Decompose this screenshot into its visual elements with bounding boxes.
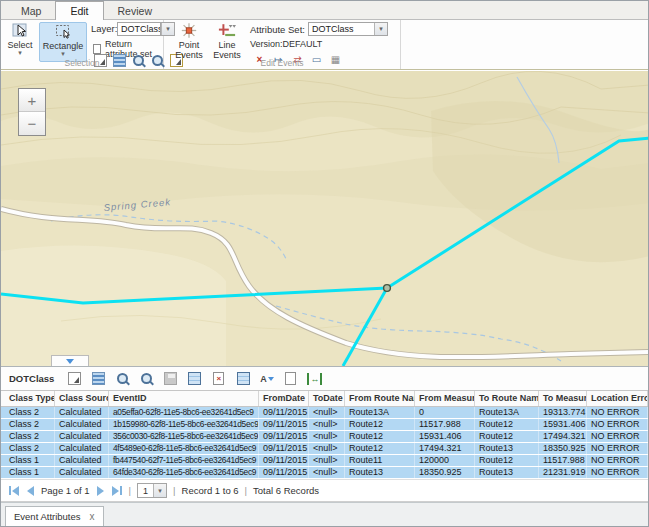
zoom-in-button[interactable]: +	[19, 89, 45, 112]
rectangle-tool-button[interactable]: Rectangle ▾	[39, 22, 87, 62]
column-header[interactable]: Class Type	[5, 391, 55, 406]
table-cell: Route13	[475, 467, 539, 478]
table-cell: 09/11/2015	[259, 431, 309, 442]
page-indicator: Page 1 of 1	[41, 485, 90, 496]
column-header[interactable]: To Route Name	[475, 391, 539, 406]
version-label: Version:DEFAULT	[250, 39, 322, 49]
ribbon-tab-bar: Map Edit Review	[1, 1, 648, 20]
attribute-set-select[interactable]: DOTClass ▾	[308, 22, 388, 36]
table-cell: Route12	[475, 455, 539, 466]
point-events-button[interactable]: Point Events	[171, 22, 207, 62]
column-header[interactable]: From Route Name	[345, 391, 415, 406]
table-cell: Route12	[345, 431, 415, 442]
table-cell: Route12	[475, 419, 539, 430]
column-header[interactable]: To Measure	[539, 391, 587, 406]
rectangle-select-icon	[55, 23, 72, 40]
edit-events-group: Point Events Line Events Attribute Set: …	[164, 20, 401, 69]
line-events-label: Line Events	[210, 40, 244, 60]
table-cell: Class 2	[5, 419, 55, 430]
selection-group: Select ▾ Rectangle ▾ Layer: DOTClass ▾	[1, 20, 164, 69]
column-header[interactable]: Location Error	[587, 391, 648, 406]
ribbon: Select ▾ Rectangle ▾ Layer: DOTClass ▾	[1, 20, 648, 70]
table-cell: 356c0030-62f8-11e5-8bc6-ee32641d5ec9	[109, 431, 259, 442]
table-cell: Route13	[475, 443, 539, 454]
table-cell: Calculated	[55, 407, 109, 418]
table-cell: Route12	[475, 431, 539, 442]
page-number-value: 1	[138, 486, 153, 496]
first-page-button[interactable]	[8, 486, 20, 496]
attribute-set-value: DOTClass	[309, 24, 374, 34]
table-cell: 15931.406	[415, 431, 475, 442]
panel-collapse-handle[interactable]	[51, 355, 89, 366]
route-junction-marker[interactable]	[384, 285, 391, 292]
table-toolbar: DOTClass × + A ↔	[1, 367, 648, 390]
table-cell: <null>	[309, 407, 345, 418]
table-cell: 18350.925	[415, 467, 475, 478]
attributes-window-icon[interactable]	[283, 371, 298, 386]
table-cell: Route13A	[475, 407, 539, 418]
table-cell: <null>	[309, 467, 345, 478]
switch-selection-icon[interactable]	[187, 371, 202, 386]
chevron-down-icon	[66, 359, 74, 364]
table-row[interactable]: Class 1Calculatedfb447540-62f7-11e5-8bc6…	[1, 455, 648, 467]
table-cell: 09/11/2015	[259, 407, 309, 418]
last-page-button[interactable]	[111, 486, 123, 496]
tab-event-attributes[interactable]: Event Attributes x	[5, 506, 104, 526]
sort-records-icon[interactable]: A	[259, 371, 274, 386]
table-cell: 0	[415, 407, 475, 418]
record-range-label: Record 1 to 6	[182, 485, 239, 496]
tab-edit[interactable]: Edit	[55, 1, 103, 20]
table-cell: Calculated	[55, 431, 109, 442]
layer-select[interactable]: DOTClass	[117, 22, 161, 36]
table-cell: NO ERROR	[587, 467, 648, 478]
table-cell: Route13	[345, 467, 415, 478]
line-events-button[interactable]: Line Events	[210, 22, 244, 62]
table-row[interactable]: Class 2Calculated4f5489e0-62f8-11e5-8bc6…	[1, 443, 648, 455]
table-cell: 120000	[415, 455, 475, 466]
column-header[interactable]: EventID	[109, 391, 259, 406]
select-tool-button[interactable]: Select ▾	[4, 22, 36, 62]
table-cell: 09/11/2015	[259, 419, 309, 430]
table-cell: 18350.925	[539, 443, 587, 454]
table-cell: 4f5489e0-62f8-11e5-8bc6-ee32641d5ec9	[109, 443, 259, 454]
map-canvas[interactable]: Spring Creek + −	[1, 71, 648, 366]
layer-label: Layer:	[91, 23, 117, 34]
table-cell: a05effa0-62f8-11e5-8bc6-ee32641d5ec9	[109, 407, 259, 418]
table-cell: Calculated	[55, 467, 109, 478]
panel-tab-bar: Event Attributes x	[1, 502, 648, 526]
separator: |	[129, 485, 131, 496]
show-records-icon[interactable]	[91, 371, 106, 386]
close-icon[interactable]: x	[90, 512, 95, 521]
page-number-select[interactable]: 1 ▾	[137, 483, 167, 498]
event-attributes-panel: DOTClass × + A ↔ Class TypeClass SourceE…	[1, 366, 648, 526]
select-records-icon[interactable]	[67, 371, 82, 386]
table-row[interactable]: Class 2Calculateda05effa0-62f8-11e5-8bc6…	[1, 407, 648, 419]
pan-to-selection-icon[interactable]	[139, 371, 154, 386]
table-cell: Class 2	[5, 431, 55, 442]
total-records-label: Total 6 Records	[253, 485, 319, 496]
zoom-to-selection-icon[interactable]	[115, 371, 130, 386]
table-row[interactable]: Class 1Calculated64fde340-62f8-11e5-8bc6…	[1, 467, 648, 479]
tab-review[interactable]: Review	[104, 2, 166, 19]
table-cell: Route13A	[345, 407, 415, 418]
tab-map[interactable]: Map	[7, 2, 55, 19]
table-cell: Class 2	[5, 443, 55, 454]
table-cell: 11517.988	[415, 419, 475, 430]
table-row[interactable]: Class 2Calculated356c0030-62f8-11e5-8bc6…	[1, 431, 648, 443]
export-records-icon[interactable]: ×	[211, 371, 226, 386]
append-records-icon[interactable]: +	[235, 371, 250, 386]
chevron-down-icon: ▾	[379, 26, 383, 32]
table-cell: 11517.988	[539, 455, 587, 466]
table-cell: 64fde340-62f8-11e5-8bc6-ee32641d5ec9	[109, 467, 259, 478]
table-row[interactable]: Class 2Calculated1b159980-62f8-11e5-8bc6…	[1, 419, 648, 431]
column-header[interactable]: ToDate	[309, 391, 345, 406]
zoom-out-button[interactable]: −	[19, 112, 45, 135]
next-page-button[interactable]	[96, 486, 105, 496]
column-header[interactable]: Class Source	[55, 391, 109, 406]
column-header[interactable]: FromDate	[259, 391, 309, 406]
table-cell: Calculated	[55, 443, 109, 454]
column-header[interactable]: From Measure	[415, 391, 475, 406]
measure-event-icon[interactable]: ↔	[307, 373, 322, 385]
save-edits-icon[interactable]	[163, 371, 178, 386]
previous-page-button[interactable]	[26, 486, 35, 496]
